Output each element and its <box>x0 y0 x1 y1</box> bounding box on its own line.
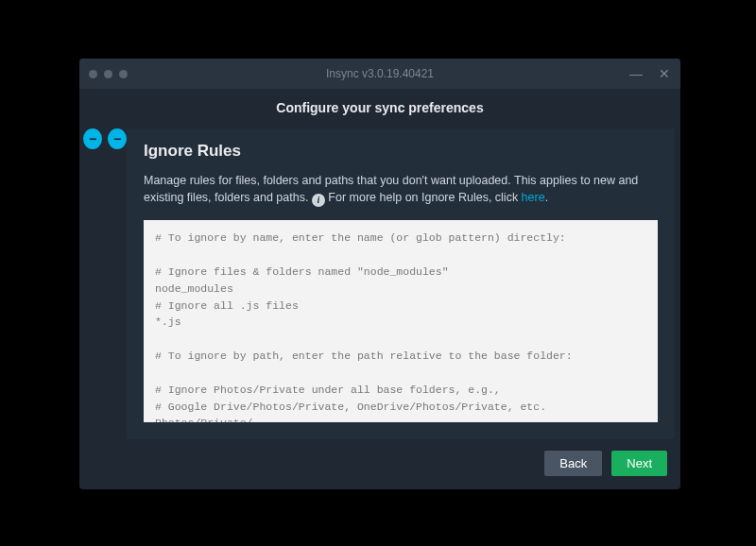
panel-description: Manage rules for files, folders and path… <box>144 172 658 207</box>
ignore-rules-editor[interactable]: # To ignore by name, enter the name (or … <box>144 220 658 422</box>
traffic-close[interactable] <box>89 70 97 78</box>
window-controls: — ✕ <box>626 63 675 84</box>
back-button[interactable]: Back <box>544 451 602 476</box>
titlebar: Insync v3.0.19.40421 — ✕ <box>79 59 680 89</box>
account-tabs: − − <box>79 128 127 439</box>
app-window: Insync v3.0.19.40421 — ✕ Configure your … <box>79 59 680 489</box>
desc-text-2: For more help on Ignore Rules, click <box>325 191 522 204</box>
footer: Back Next <box>79 439 680 489</box>
minimize-icon[interactable]: — <box>626 63 646 84</box>
window-title: Insync v3.0.19.40421 <box>79 67 680 80</box>
content-row: − − Ignore Rules Manage rules for files,… <box>79 128 680 439</box>
account-tab-2[interactable]: − <box>108 128 127 149</box>
next-button[interactable]: Next <box>611 451 667 476</box>
traffic-lights <box>89 70 128 78</box>
help-link[interactable]: here <box>522 191 545 204</box>
panel-title: Ignore Rules <box>144 142 658 161</box>
info-icon[interactable]: i <box>312 194 325 207</box>
close-icon[interactable]: ✕ <box>654 63 675 84</box>
traffic-zoom[interactable] <box>119 70 128 78</box>
page-title: Configure your sync preferences <box>79 89 680 128</box>
ignore-rules-panel: Ignore Rules Manage rules for files, fol… <box>127 128 675 439</box>
traffic-minimize[interactable] <box>104 70 112 78</box>
account-tab-1[interactable]: − <box>83 128 102 149</box>
desc-end: . <box>545 191 548 204</box>
